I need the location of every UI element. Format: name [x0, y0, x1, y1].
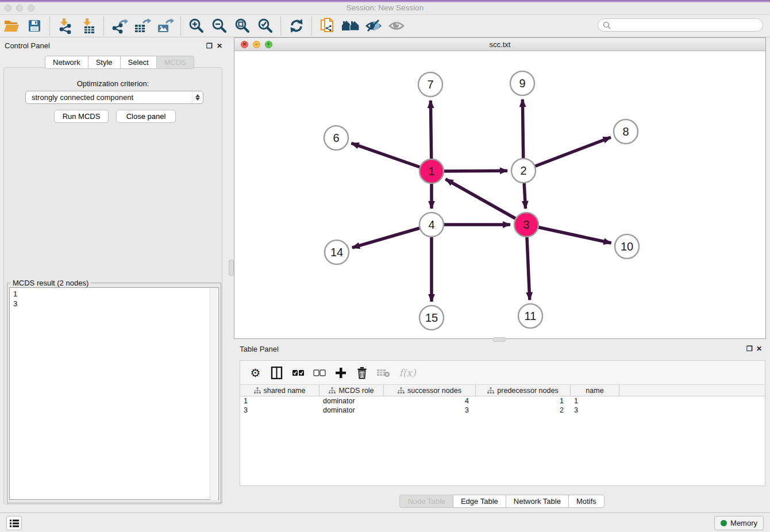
import-table-icon[interactable]	[77, 16, 100, 36]
control-panel-close-icon[interactable]: ✕	[217, 42, 222, 50]
mcds-result-text[interactable]: 1 3	[9, 287, 219, 500]
column-header-label: successor nodes	[407, 387, 461, 395]
mcds-result-title: MCDS result (2 nodes)	[10, 279, 91, 287]
app-title: Session: New Session	[0, 3, 770, 12]
toolbar-separator	[103, 17, 105, 35]
task-history-button[interactable]	[6, 516, 22, 530]
zoom-selected-icon[interactable]	[254, 16, 277, 36]
graph-node-label: 14	[330, 246, 343, 259]
show-columns-icon[interactable]	[266, 363, 287, 383]
run-mcds-button[interactable]: Run MCDS	[54, 110, 109, 123]
graph-edge-3-1[interactable]	[445, 179, 526, 225]
memory-label: Memory	[730, 519, 757, 527]
close-panel-button[interactable]: Close panel	[116, 110, 176, 123]
table-header-row: shared nameMCDS rolesuccessor nodesprede…	[240, 385, 765, 396]
first-neighbors-icon[interactable]	[339, 16, 362, 36]
memory-button[interactable]: Memory	[714, 516, 764, 530]
delete-column-icon[interactable]	[351, 363, 372, 383]
tab-style[interactable]: Style	[88, 56, 121, 69]
zoom-fit-icon[interactable]	[231, 16, 254, 36]
tab-edge-table[interactable]: Edge Table	[453, 495, 506, 508]
function-builder-icon[interactable]: f(x)	[394, 363, 421, 383]
column-namespace-icon	[487, 387, 494, 394]
tab-motifs[interactable]: Motifs	[568, 495, 605, 508]
network-canvas[interactable]: 7968124314101511	[234, 51, 765, 338]
table-row[interactable]: 3dominator323	[240, 406, 765, 415]
select-all-columns-icon[interactable]	[287, 363, 309, 383]
save-session-icon[interactable]	[23, 16, 46, 36]
column-header-name[interactable]: name	[571, 385, 619, 396]
refresh-view-icon[interactable]	[285, 16, 308, 36]
result-line: 3	[13, 299, 218, 309]
export-table-icon[interactable]	[131, 16, 154, 36]
list-icon	[9, 519, 20, 528]
export-image-icon[interactable]	[154, 16, 177, 36]
table-cell[interactable]: 3	[384, 406, 476, 415]
graph-node-label: 3	[523, 218, 529, 231]
zoom-in-icon[interactable]	[185, 16, 208, 36]
unselect-all-columns-icon[interactable]	[309, 363, 330, 383]
open-session-icon[interactable]	[0, 16, 23, 36]
table-cell[interactable]: 1	[476, 396, 571, 406]
column-header-label: MCDS role	[338, 387, 374, 395]
control-panel-float-icon[interactable]: ❐	[206, 42, 213, 50]
column-header-MCDS-role[interactable]: MCDS role	[319, 385, 384, 396]
graph-node-label: 6	[333, 132, 339, 144]
search-input[interactable]	[614, 20, 763, 30]
table-cell[interactable]: 3	[571, 406, 619, 415]
tab-node-table[interactable]: Node Table	[399, 495, 453, 508]
import-network-icon[interactable]	[54, 16, 77, 36]
table-cell[interactable]: 2	[476, 406, 571, 415]
table-cell[interactable]: 3	[240, 406, 319, 415]
table-row[interactable]: 1dominator411	[240, 396, 765, 406]
control-panel-title: Control Panel	[5, 41, 50, 50]
toolbar-separator	[180, 17, 182, 35]
node-table: ⚙ f(x) shared nameMCDS rolesuccessor nod…	[240, 360, 765, 486]
toolbar-separator	[280, 17, 282, 35]
table-cell[interactable]: dominator	[319, 406, 384, 415]
apply-style-icon[interactable]	[316, 16, 339, 36]
split-divider-handle[interactable]	[493, 337, 506, 342]
split-divider-handle[interactable]	[229, 260, 234, 276]
settings-icon[interactable]: ⚙	[245, 363, 266, 383]
result-scrollbar[interactable]	[210, 288, 218, 500]
search-field[interactable]	[598, 18, 763, 32]
table-body: 1dominator4113dominator323	[240, 396, 765, 415]
result-line: 1	[13, 289, 218, 299]
criterion-value: strongly connected component	[32, 93, 133, 102]
graph-edge-3-10[interactable]	[526, 225, 611, 243]
table-cell[interactable]: 1	[240, 396, 319, 406]
tab-mcds[interactable]: MCDS	[156, 56, 194, 69]
graph-node-label: 2	[520, 164, 526, 177]
zoom-out-icon[interactable]	[208, 16, 231, 36]
window-accent-strip	[0, 0, 770, 2]
tab-network[interactable]: Network	[45, 56, 88, 69]
table-cell[interactable]: 4	[384, 396, 476, 406]
column-header-shared-name[interactable]: shared name	[240, 385, 319, 396]
dropdown-stepper-icon	[192, 91, 203, 103]
criterion-dropdown[interactable]: strongly connected component	[25, 91, 203, 104]
network-window-titlebar[interactable]: ✕ − + scc.txt	[234, 38, 765, 51]
show-all-icon[interactable]	[385, 16, 408, 36]
delete-table-icon[interactable]	[372, 363, 394, 383]
graph-node-label: 11	[525, 310, 537, 322]
table-cell[interactable]: dominator	[319, 396, 384, 406]
table-panel-close-icon[interactable]: ✕	[756, 345, 762, 353]
add-column-icon[interactable]	[330, 363, 351, 383]
column-header-successor-nodes[interactable]: successor nodes	[384, 385, 476, 396]
column-header-predecessor-nodes[interactable]: predecessor nodes	[476, 385, 571, 396]
graph-edge-2-8[interactable]	[523, 137, 611, 171]
table-cell[interactable]: 1	[571, 396, 619, 406]
graph-node-label: 1	[428, 165, 434, 178]
toolbar-separator	[311, 17, 313, 35]
tab-network-table[interactable]: Network Table	[506, 495, 569, 508]
graph-node-label: 10	[621, 240, 633, 253]
graph-node-label: 4	[428, 218, 434, 231]
export-network-icon[interactable]	[108, 16, 131, 36]
optimization-label: Optimization criterion:	[3, 79, 222, 88]
column-namespace-icon	[398, 387, 405, 394]
hide-selected-icon[interactable]	[362, 16, 385, 36]
tab-select[interactable]: Select	[120, 56, 157, 69]
table-panel-float-icon[interactable]: ❐	[746, 345, 753, 353]
graph-node-label: 9	[519, 77, 525, 90]
